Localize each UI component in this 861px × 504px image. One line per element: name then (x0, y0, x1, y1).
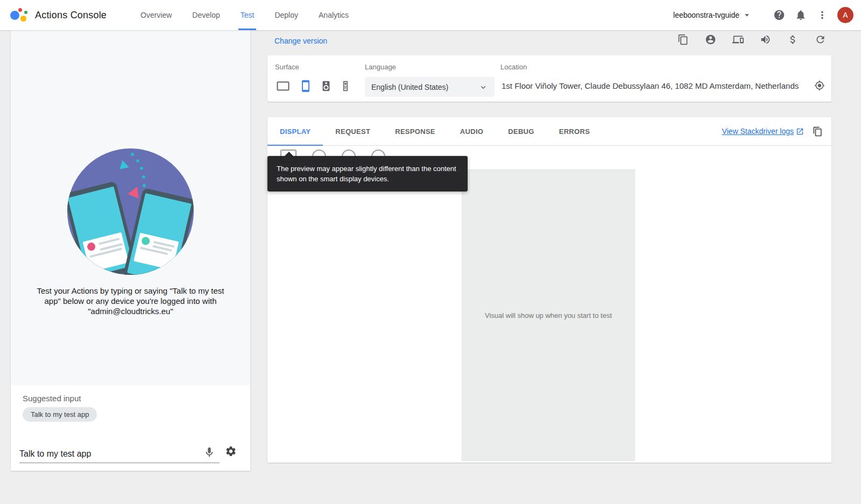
language-select[interactable]: English (United States) (365, 77, 495, 97)
visual-placeholder: Visual will show up when you start to te… (462, 169, 635, 461)
simulator-output-panel: DISPLAY REQUEST RESPONSE AUDIO DEBUG ERR… (267, 117, 831, 463)
location-field[interactable]: 1st Floor Viñoly Tower, Claude Debussyla… (502, 80, 825, 91)
notifications-icon[interactable] (790, 4, 811, 26)
account-icon[interactable] (704, 33, 716, 45)
suggested-input-label: Suggested input (23, 394, 81, 403)
copy-icon[interactable] (677, 33, 689, 45)
billing-dollar-icon[interactable] (787, 33, 799, 45)
actions-console-test-page: Actions Console Overview Develop Test De… (0, 0, 861, 504)
speaker-surface-icon[interactable] (320, 79, 332, 93)
simulator-intro-text: Test your Actions by typing or saying "T… (29, 286, 232, 316)
tab-errors[interactable]: ERRORS (547, 117, 602, 145)
nav-item-test[interactable]: Test (230, 0, 265, 30)
tab-display[interactable]: DISPLAY (267, 117, 323, 145)
simulator-toolbar (677, 33, 826, 45)
feature-phone-surface-icon[interactable] (340, 79, 351, 93)
nav-item-deploy[interactable]: Deploy (264, 0, 308, 30)
surface-options (275, 79, 351, 93)
google-assistant-logo-icon (10, 6, 28, 24)
surface-label: Surface (275, 63, 299, 71)
preview-tooltip: The preview may appear slightly differen… (267, 156, 468, 191)
nav-item-overview[interactable]: Overview (130, 0, 182, 30)
simulator-panel: Test your Actions by typing or saying "T… (11, 30, 250, 471)
nav-item-analytics[interactable]: Analytics (308, 0, 359, 30)
volume-icon[interactable] (759, 33, 771, 45)
user-avatar[interactable]: A (837, 7, 853, 23)
nav-item-develop[interactable]: Develop (182, 0, 230, 30)
suggestion-chip[interactable]: Talk to my test app (23, 407, 97, 422)
phone-surface-icon[interactable] (299, 79, 312, 93)
mic-icon[interactable] (203, 446, 217, 460)
my-location-icon[interactable] (814, 80, 825, 91)
project-selector[interactable]: leeboonstra-tvguide (673, 10, 752, 20)
location-value[interactable]: 1st Floor Viñoly Tower, Claude Debussyla… (502, 81, 814, 90)
app-bar: Actions Console Overview Develop Test De… (0, 0, 861, 30)
tab-request[interactable]: REQUEST (323, 117, 383, 145)
surface-settings-card: Surface Language English (United States)… (267, 55, 831, 102)
app-bar-right: leeboonstra-tvguide A (673, 4, 861, 26)
location-label: Location (500, 63, 527, 71)
output-tab-bar: DISPLAY REQUEST RESPONSE AUDIO DEBUG ERR… (267, 117, 831, 146)
settings-gear-icon[interactable] (225, 445, 239, 459)
simulator-illustration (67, 148, 194, 275)
open-in-new-icon (796, 127, 804, 136)
teal-triangle-decoration (116, 160, 129, 173)
copy-output-icon[interactable] (813, 126, 823, 137)
help-icon[interactable] (768, 4, 790, 26)
app-title: Actions Console (35, 10, 107, 21)
visual-placeholder-text: Visual will show up when you start to te… (485, 311, 612, 320)
tab-audio[interactable]: AUDIO (448, 117, 496, 145)
language-label: Language (365, 63, 396, 71)
overflow-menu-icon[interactable] (811, 4, 833, 26)
smart-display-surface-icon[interactable] (275, 80, 291, 93)
preview-tooltip-text: The preview may appear slightly differen… (277, 165, 456, 183)
dropdown-arrow-icon (742, 10, 752, 20)
refresh-icon[interactable] (814, 33, 826, 45)
language-value: English (United States) (371, 83, 448, 91)
stackdriver-link-label: View Stackdriver logs (722, 127, 794, 136)
conversation-area: Test your Actions by typing or saying "T… (11, 30, 250, 385)
devices-icon[interactable] (732, 33, 744, 45)
project-name: leeboonstra-tvguide (673, 11, 739, 19)
chevron-down-icon (478, 82, 488, 92)
simulator-text-input[interactable] (19, 445, 220, 463)
change-version-link[interactable]: Change version (274, 37, 327, 45)
primary-nav: Overview Develop Test Deploy Analytics (130, 0, 359, 30)
tab-response[interactable]: RESPONSE (383, 117, 448, 145)
tab-debug[interactable]: DEBUG (496, 117, 546, 145)
stackdriver-link[interactable]: View Stackdriver logs (722, 127, 804, 136)
